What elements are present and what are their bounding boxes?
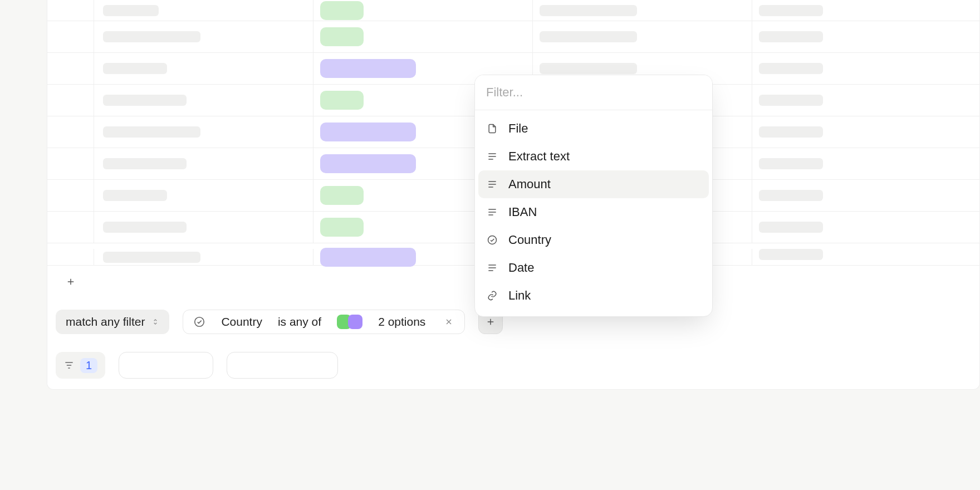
- filter-icon: [63, 360, 75, 371]
- text-skeleton: [759, 63, 823, 74]
- filter-field-option[interactable]: Extract text: [478, 143, 709, 170]
- tag-pill: [320, 186, 364, 205]
- text-skeleton: [103, 190, 167, 201]
- text-skeleton: [103, 31, 200, 42]
- filter-field-option-label: Extract text: [508, 149, 570, 164]
- filter-field-option-label: Amount: [508, 177, 551, 192]
- filter-field-option[interactable]: Link: [478, 282, 709, 310]
- filter-value-swatches: [337, 315, 362, 329]
- text-icon: [486, 178, 498, 190]
- tag-pill: [320, 59, 416, 78]
- filter-field-option[interactable]: File: [478, 115, 709, 143]
- text-skeleton: [103, 126, 200, 138]
- tag-pill: [320, 1, 364, 20]
- text-icon: [486, 206, 498, 218]
- tag-pill: [320, 27, 364, 46]
- svg-point-0: [195, 317, 204, 327]
- text-skeleton: [759, 190, 823, 201]
- filter-field-option-label: File: [508, 121, 528, 136]
- toolbar-slot-2[interactable]: [227, 352, 338, 379]
- chevron-updown-icon: [151, 317, 159, 327]
- match-mode-label: match any filter: [66, 315, 145, 329]
- filter-field-option[interactable]: IBAN: [478, 198, 709, 226]
- table-row[interactable]: [47, 0, 979, 21]
- svg-point-1: [488, 236, 497, 244]
- text-skeleton: [103, 222, 187, 233]
- filter-field-list: FileExtract textAmountIBANCountryDateLin…: [475, 110, 712, 316]
- filter-field-option[interactable]: Date: [478, 254, 709, 282]
- swatch-purple: [348, 315, 362, 329]
- text-skeleton: [540, 63, 637, 74]
- add-row-button[interactable]: [47, 266, 94, 297]
- filter-field-option[interactable]: Amount: [478, 170, 709, 198]
- tag-pill: [320, 91, 364, 110]
- link-icon: [486, 290, 498, 302]
- text-skeleton: [540, 5, 637, 16]
- filter-field-option-label: Country: [508, 233, 551, 247]
- table-row[interactable]: [47, 21, 979, 53]
- text-skeleton: [103, 158, 187, 169]
- text-skeleton: [759, 31, 823, 42]
- plus-icon: [66, 277, 76, 287]
- text-icon: [486, 262, 498, 274]
- tag-pill: [320, 154, 416, 173]
- filter-search-input[interactable]: [475, 75, 712, 110]
- tag-pill: [320, 248, 416, 267]
- tag-pill: [320, 122, 416, 141]
- text-skeleton: [759, 5, 823, 16]
- text-skeleton: [759, 158, 823, 169]
- filter-count-badge: 1: [80, 358, 97, 373]
- filter-field-popover: FileExtract textAmountIBANCountryDateLin…: [474, 75, 713, 317]
- bottom-toolbar: 1: [56, 352, 338, 379]
- plus-icon: [486, 317, 496, 327]
- filter-field-option[interactable]: Country: [478, 226, 709, 254]
- text-skeleton: [103, 252, 200, 263]
- filter-field-label: Country: [221, 315, 262, 329]
- check-icon: [486, 234, 498, 246]
- text-skeleton: [103, 95, 187, 106]
- match-mode-select[interactable]: match any filter: [56, 310, 169, 334]
- text-icon: [486, 150, 498, 163]
- filter-bar: match any filter Country is any of 2 opt…: [56, 310, 503, 334]
- toolbar-slot-1[interactable]: [119, 352, 213, 379]
- filter-value-summary: 2 options: [378, 315, 425, 329]
- file-icon: [486, 122, 498, 135]
- check-circle-icon: [193, 316, 205, 328]
- active-filter-chip[interactable]: Country is any of 2 options: [183, 310, 465, 334]
- filter-count-chip[interactable]: 1: [56, 352, 105, 379]
- text-skeleton: [103, 5, 159, 16]
- text-skeleton: [759, 126, 823, 138]
- remove-filter-button[interactable]: [441, 317, 457, 326]
- text-skeleton: [759, 249, 823, 260]
- text-skeleton: [103, 63, 167, 74]
- tag-pill: [320, 218, 364, 237]
- text-skeleton: [540, 31, 637, 42]
- text-skeleton: [759, 95, 823, 106]
- filter-field-option-label: Link: [508, 288, 531, 303]
- text-skeleton: [759, 222, 823, 233]
- filter-condition-label: is any of: [278, 315, 321, 329]
- filter-field-option-label: Date: [508, 261, 534, 275]
- filter-field-option-label: IBAN: [508, 205, 537, 219]
